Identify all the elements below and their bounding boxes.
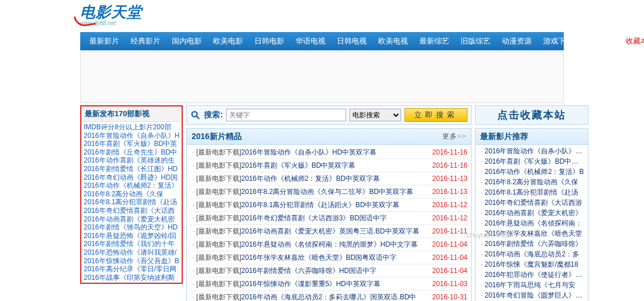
latest-release-item[interactable]: 2016年喜剧《军火贩》BD中英 xyxy=(84,140,179,148)
latest-release-item[interactable]: 2016年奇幻动画《爵迹》HD国 xyxy=(84,173,179,182)
release-row: ·[最新电影下载]2016年冒险动作《自杀小队》HD中英双字幕2016-11-1… xyxy=(190,146,467,159)
release-row: ·[最新电影下载]2016年奇幻爱情喜剧《大话西游3》BD国语中字2016-11… xyxy=(190,212,467,225)
latest-release-item[interactable]: 2016年剧情《雏鸟的天空》HD xyxy=(84,223,179,232)
recommendation-link[interactable]: 2016年悬疑动画《名侦探柯南： xyxy=(485,218,584,228)
site-logo[interactable]: 电影天堂 www.dytt8.net xyxy=(80,2,172,30)
latest-release-item[interactable]: 2016年动作《机械师2：复活》 xyxy=(84,181,179,190)
bullet-icon: · xyxy=(190,225,196,237)
nav-item[interactable]: 最新综艺 xyxy=(414,32,455,50)
latest-release-item[interactable]: 2016年惊悚动作《吾父吾血》B xyxy=(84,257,179,266)
recommendation-link[interactable]: 2016年惊悚《魔宫魅影/魔都18 xyxy=(485,259,584,270)
release-row: ·[最新电影下载]2016年动作《机械师2：复活》BD中英双字幕2016-11-… xyxy=(190,172,467,185)
release-row: ·[最新电影下载]2016年8.1高分犯罪剧情《赴汤蹈火》BD中英双字幕2016… xyxy=(190,199,467,212)
latest-release-item[interactable]: 2016年奇幻爱情喜剧《大话西 xyxy=(84,207,179,215)
bullet-icon: · xyxy=(190,185,196,198)
release-prefix: [最新电影下载] xyxy=(196,267,241,275)
release-link[interactable]: [最新电影下载]2016年8.1高分犯罪剧情《赴汤蹈火》BD中英双字幕 xyxy=(196,199,419,211)
bullet-icon: · xyxy=(479,168,485,176)
svg-line-1 xyxy=(197,116,200,119)
nav-item[interactable]: 旧版综艺 xyxy=(455,32,496,50)
bullet-icon: · xyxy=(479,188,485,196)
release-link[interactable]: [最新电影下载]2016年奇幻爱情喜剧《大话西游3》BD国语中字 xyxy=(196,212,419,224)
recommendation-link[interactable]: 2016年8.2高分冒险动画《久保 xyxy=(485,177,584,187)
recommendation-link[interactable]: 2016年冒险动作《自杀小队》HD xyxy=(485,146,584,156)
recommendation-link[interactable]: 2016年动作《机械师2：复活》B xyxy=(485,167,584,177)
bullet-icon: · xyxy=(479,271,485,279)
release-date: 2016-10-31 xyxy=(419,291,468,301)
bullet-icon: · xyxy=(190,278,196,290)
main-nav: 最新影片经典影片国内电影欧美电影日韩电影华语电视日韩电视欧美电视最新综艺旧版综艺… xyxy=(80,32,564,50)
recommendation-row: ·2016年8.1高分犯罪剧情《赴汤 xyxy=(479,187,584,197)
nav-item[interactable]: 高分经典 xyxy=(579,32,620,50)
latest-release-item[interactable]: 2016年剧情《丘奇先生》BD中 xyxy=(84,148,179,157)
recommendation-link[interactable]: 2016年奇幻冒险《圆梦巨人》HD xyxy=(485,290,584,300)
nav-item[interactable]: 国内电影 xyxy=(166,32,207,50)
recommendation-link[interactable]: 2016年奇幻爱情喜剧《大话西游 xyxy=(485,197,584,208)
nav-item[interactable]: 日韩电视 xyxy=(331,32,372,50)
latest-release-item[interactable]: 2016年恐怖动作《请叫我英雄/ xyxy=(84,248,179,257)
recommendation-row: ·2016年悬疑动画《名侦探柯南： xyxy=(479,218,584,228)
nav-item[interactable]: 欧美电影 xyxy=(207,32,249,50)
nav-item[interactable]: 经典影片 xyxy=(125,32,166,50)
recommendation-row: ·2016年8.2高分冒险动画《久保 xyxy=(479,177,584,187)
new-releases-title: 2016新片精品 xyxy=(191,132,241,142)
release-link[interactable]: [最新电影下载]2016年惊悚动作《谍影重重5》HD中英双字幕 xyxy=(196,278,419,290)
latest-release-item[interactable]: 2016年战事《印第安纳波利斯 xyxy=(84,274,179,282)
release-prefix: [最新电影下载] xyxy=(196,175,241,183)
release-row: ·[最新电影下载]2016年动画喜剧《爱宠大机密》英国粤三语.BD中英双字幕20… xyxy=(190,225,467,238)
favorite-site-box[interactable]: 点击收藏本站 xyxy=(475,105,588,125)
bullet-icon: · xyxy=(479,291,485,299)
release-link[interactable]: [最新电影下载]2016年剧情爱情《六弄咖啡馆》HD国语中字 xyxy=(196,264,419,277)
release-prefix: [最新电影下载] xyxy=(196,148,241,156)
nav-item[interactable]: 日韩电影 xyxy=(249,32,290,50)
nav-item[interactable]: 最新影片 xyxy=(84,32,125,50)
release-link[interactable]: [最新电影下载]2016年动画《海底总动员2：多莉去哪儿》国英双语.BD中 xyxy=(196,291,419,301)
release-link[interactable]: [最新电影下载]2016年动作《机械师2：复活》BD中英双字幕 xyxy=(196,172,419,185)
release-row: ·[最新电影下载]2016年8.2高分冒险动画《久保与二弦琴》BD中英双字幕20… xyxy=(190,185,467,199)
latest-release-item[interactable]: 2016年动作喜剧《英雄迷的生 xyxy=(84,156,179,165)
recommendation-link[interactable]: 2016年动画喜剧《爱宠大机密》 xyxy=(485,208,584,218)
release-link[interactable]: [最新电影下载]2016年张学友林嘉欣《暗色天堂》BD国粤双语中字 xyxy=(196,251,419,264)
latest-release-item[interactable]: 2016年悬疑恐怖《诡梦凶铃/回 xyxy=(84,232,179,240)
search-input[interactable] xyxy=(226,109,346,121)
bullet-icon: · xyxy=(479,229,485,237)
latest-release-item[interactable]: 2016年剧情爱情《长江图》HD xyxy=(84,165,179,173)
recommendation-link[interactable]: 2016年8.1高分犯罪剧情《赴汤 xyxy=(485,187,584,197)
search-category-select[interactable]: 电影搜索 xyxy=(350,109,401,121)
release-link[interactable]: [最新电影下载]2016年8.2高分冒险动画《久保与二弦琴》BD中英双字幕 xyxy=(196,185,419,198)
recommendation-link[interactable]: 2016年犯罪动作《使徒行者》BD xyxy=(485,270,584,280)
more-link[interactable]: 更多>> xyxy=(442,132,466,141)
latest-release-item[interactable]: 2016年8.2高分动画《久保 xyxy=(84,190,179,199)
latest-release-item[interactable]: 2016年冒险动作《自杀小队》H xyxy=(84,132,179,140)
nav-item[interactable]: 收藏本站 xyxy=(620,32,644,50)
latest-release-item[interactable]: 2016年高分纪录《零日/零日网 xyxy=(84,265,179,274)
nav-item[interactable]: 动漫资源 xyxy=(496,32,537,50)
nav-item[interactable]: 游戏下载 xyxy=(537,32,579,50)
release-link[interactable]: [最新电影下载]2016年喜剧《军火贩》BD中英双字幕 xyxy=(196,159,419,172)
recommendations-title: 最新影片推荐 xyxy=(480,132,528,142)
recommendation-row: ·2016年动画《海底总动员2：多 xyxy=(479,249,584,259)
recommendation-link[interactable]: 2016年动画《海底总动员2：多 xyxy=(485,249,584,259)
release-link[interactable]: [最新电影下载]2016年冒险动作《自杀小队》HD中英双字幕 xyxy=(196,146,419,159)
search-button[interactable]: 立即搜索 xyxy=(405,108,468,122)
release-date: 2016-11-13 xyxy=(419,172,468,185)
recommendation-link[interactable]: 2016年剧情爱情《六弄咖啡馆》 xyxy=(485,239,584,249)
latest-release-item[interactable]: 2016年动画喜剧《爱宠大机密 xyxy=(84,215,179,224)
latest-release-item[interactable]: 2016年8.1高分犯罪剧情《赴汤 xyxy=(84,198,179,207)
nav-item[interactable]: 欧美电视 xyxy=(372,32,414,50)
recommendation-link[interactable]: 2016年下雨马思纯《七月与安 xyxy=(485,280,584,290)
bullet-icon: · xyxy=(190,159,196,172)
latest-release-item[interactable]: 2016年剧情爱情《我们的十年 xyxy=(84,240,179,248)
bullet-icon: · xyxy=(190,199,196,211)
release-link[interactable]: [最新电影下载]2016年悬疑动画《名侦探柯南：纯黑的噩梦》HD中文字幕 xyxy=(196,238,419,251)
recommendation-link[interactable]: 2016年张学友林嘉欣《暗色天堂 xyxy=(485,228,584,239)
release-prefix: [最新电影下载] xyxy=(196,201,241,209)
recommendation-link[interactable]: 2016年喜剧《军火贩》BD中英双 xyxy=(485,156,584,167)
bullet-icon: · xyxy=(479,240,485,248)
release-link[interactable]: [最新电影下载]2016年动画喜剧《爱宠大机密》英国粤三语.BD中英双字幕 xyxy=(196,225,419,237)
latest-release-item[interactable]: IMDB评分8分以上影片200部 xyxy=(84,123,179,132)
release-date: 2016-11-16 xyxy=(419,146,468,159)
recommendation-row: ·2016年动作《机械师2：复活》B xyxy=(479,167,584,177)
nav-item[interactable]: 华语电视 xyxy=(290,32,331,50)
recommendation-row: ·2016年奇幻冒险《圆梦巨人》HD xyxy=(479,290,584,300)
